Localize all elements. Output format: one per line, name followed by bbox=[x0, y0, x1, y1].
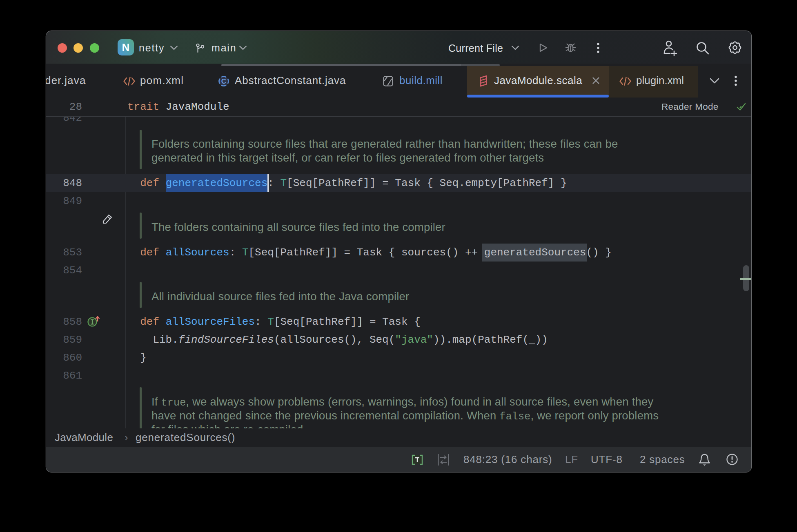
svg-text:C: C bbox=[221, 78, 226, 85]
